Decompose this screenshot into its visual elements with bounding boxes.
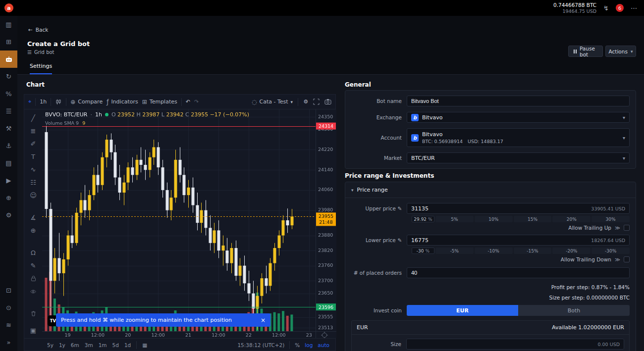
edit-tool[interactable]: ✎ [28, 262, 39, 269]
undo-button[interactable]: ↶ [186, 99, 190, 105]
auto-scale-button[interactable]: auto [318, 342, 329, 348]
lower-pct-30[interactable]: -30% [591, 248, 630, 254]
sidebar-item-markets[interactable]: ▥ [0, 16, 17, 33]
sidebar-item-desktop[interactable]: ⊡ [0, 282, 17, 299]
back-button[interactable]: ← Back [28, 27, 48, 33]
pencil-icon[interactable]: ✎ [397, 205, 402, 211]
exchange-select[interactable]: b Bitvavo ▾ [407, 112, 630, 123]
invest-option-eur[interactable]: EUR [407, 305, 518, 316]
chart-settings-button[interactable]: ⚙ [303, 99, 308, 105]
account-select[interactable]: b Bitvavo BTC: 0.56938914USD: 14883.17 ▾ [407, 128, 630, 147]
trendline-tool[interactable]: ╱ [28, 114, 39, 122]
sidebar-item-signals[interactable]: ↻ [0, 68, 17, 85]
chart-style-button[interactable] [55, 99, 62, 105]
brush-tool[interactable]: ✐ [28, 140, 39, 148]
altrady-logo[interactable]: a [4, 3, 13, 12]
templates-button[interactable]: ⊞ Templates [142, 99, 177, 105]
chart-clock[interactable]: 15:38:12 (UTC+2) [237, 342, 284, 348]
lock-drawings-button[interactable] [28, 275, 39, 282]
size-input[interactable]: 0.00 USD [406, 339, 624, 350]
forecast-tool[interactable]: ☷ [28, 179, 39, 186]
upper-pct-10[interactable]: 10% [475, 216, 513, 222]
sidebar-item-analytics[interactable]: % [0, 85, 17, 102]
bot-name-input[interactable] [407, 96, 630, 106]
invest-option-both[interactable]: Both [518, 305, 630, 316]
hide-drawings-button[interactable] [28, 288, 39, 295]
log-scale-button[interactable]: log [305, 342, 313, 348]
upper-percent-input[interactable]: 29.92% [412, 216, 434, 222]
upper-pct-15[interactable]: 15% [514, 216, 552, 222]
tab-settings[interactable]: Settings [30, 63, 52, 75]
pattern-tool[interactable]: ∿ [28, 166, 39, 173]
sidebar-item-settings[interactable]: ⚙ [0, 206, 17, 224]
lower-pct-10[interactable]: -10% [475, 248, 513, 254]
sidebar-item-community[interactable]: ⊕ [0, 189, 17, 206]
reports-icon: ▤ [5, 159, 11, 167]
range-1d[interactable]: 1d [124, 342, 131, 348]
price-chart-canvas[interactable] [42, 109, 336, 338]
object-tree-button[interactable]: ▣ [28, 327, 39, 334]
bolt-icon[interactable]: ↯ [603, 4, 609, 12]
measure-tool[interactable]: ∡ [28, 214, 39, 221]
range-3m[interactable]: 3m [85, 342, 93, 348]
actions-button[interactable]: Actions ▾ [605, 46, 636, 57]
upper-pct-30[interactable]: 30% [591, 216, 630, 222]
range-5y[interactable]: 5y [47, 342, 54, 348]
redo-button[interactable]: ↷ [194, 99, 199, 105]
range-5d[interactable]: 5d [112, 342, 119, 348]
sidebar-item-tools[interactable]: ⚒ [0, 120, 17, 137]
trailing-up-checkbox[interactable] [624, 225, 630, 231]
sidebar-item-expand[interactable]: » [0, 334, 17, 351]
fullscreen-icon [313, 99, 320, 105]
sidebar-item-help[interactable]: ⊙ [0, 299, 17, 316]
pencil-icon[interactable]: ✎ [397, 237, 402, 243]
layout-select[interactable]: ◌ Cata - Test ▾ [252, 99, 293, 105]
trailing-down-checkbox[interactable] [624, 256, 630, 262]
lower-pct-20[interactable]: -20% [552, 248, 590, 254]
camera-icon [324, 99, 331, 105]
percent-scale-button[interactable]: % [295, 342, 300, 348]
pause-bot-button[interactable]: Pause bot [568, 46, 603, 57]
lower-percent-input[interactable]: -30% [412, 248, 434, 254]
sidebar-item-orders[interactable]: ☰ [0, 102, 17, 120]
zoom-tool[interactable]: ⊕ [28, 227, 39, 234]
price-range-collapse-header[interactable]: ▾ Price range [345, 182, 636, 198]
volume-label: Volume SMA 9 [45, 120, 79, 126]
cursor-tool-button[interactable]: ⌖ [28, 99, 31, 105]
sidebar-item-hopper[interactable]: ⚓ [0, 137, 17, 154]
lower-pct-5[interactable]: -5% [435, 248, 474, 254]
range-1m[interactable]: 1m [99, 342, 107, 348]
pencil-icon: ✎ [31, 262, 36, 269]
notification-badge[interactable]: 6 [616, 4, 624, 12]
upper-pct-20[interactable]: 20% [552, 216, 590, 222]
compare-button[interactable]: ⊕ Compare [70, 99, 103, 105]
remove-drawings-button[interactable] [28, 310, 39, 317]
account-balances: 0.74466788 BTC 19464.75 USD [553, 2, 596, 14]
trendline-icon: ╱ [31, 114, 35, 122]
indicators-button[interactable]: ƒ Indicators [107, 99, 138, 105]
more-menu-icon[interactable]: ⋯ [631, 4, 637, 12]
upper-price-input[interactable]: 31135 33905.41 USD [407, 203, 630, 214]
sidebar-item-bots[interactable] [0, 50, 17, 68]
upper-pct-5[interactable]: 5% [435, 216, 474, 222]
trailing-up-label: Allow Trailing Up [568, 225, 611, 231]
orders-input[interactable] [407, 267, 630, 278]
text-tool[interactable]: T [28, 153, 39, 160]
go-to-date-button[interactable]: ▦ [142, 342, 147, 348]
range-6m[interactable]: 6m [71, 342, 79, 348]
range-1y[interactable]: 1y [59, 342, 65, 348]
lower-pct-15[interactable]: -15% [514, 248, 552, 254]
lower-price-input[interactable]: 16775 18267.64 USD [407, 235, 630, 246]
horizontal-lines-tool[interactable]: ≣ [28, 127, 39, 135]
sidebar-item-reports[interactable]: ▤ [0, 154, 17, 172]
interval-button[interactable]: 1h [40, 99, 47, 105]
banner-close-icon[interactable]: × [261, 317, 266, 324]
sidebar-item-status[interactable]: ≋ [0, 316, 17, 334]
magnet-tool[interactable]: Ω [28, 249, 39, 256]
snapshot-button[interactable] [324, 99, 331, 105]
market-select[interactable]: BTC/EUR ▾ [407, 152, 630, 163]
sidebar-item-dashboard[interactable]: ⊞ [0, 33, 17, 50]
emoji-tool[interactable]: ☺ [28, 192, 39, 199]
sidebar-item-tutorials[interactable]: ▶ [0, 172, 17, 189]
fullscreen-button[interactable] [313, 99, 320, 105]
